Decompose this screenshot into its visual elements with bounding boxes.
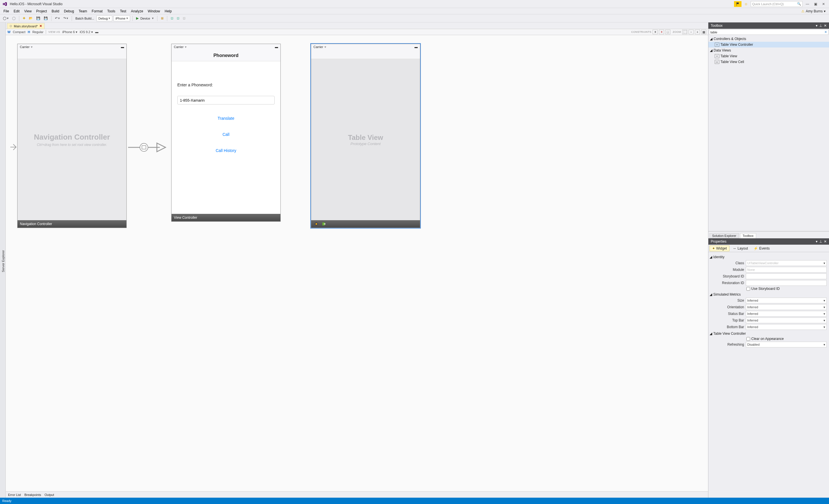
redo-button[interactable]: ↷▾ — [62, 15, 69, 21]
panel-close-icon[interactable]: ✕ — [824, 240, 827, 244]
nav-back-button[interactable]: ◯▾ — [2, 15, 10, 21]
toolbox-item-tableviewcell[interactable]: ▭Table View Cell — [709, 59, 829, 65]
group-simulated-metrics[interactable]: ◢Simulated Metrics — [710, 292, 827, 296]
save-button[interactable]: 💾 — [35, 15, 41, 21]
toolbox-group-controllers[interactable]: ◢Controllers & Objects — [709, 36, 829, 42]
toolbox-search[interactable]: table ✕ — [709, 29, 828, 35]
panel-dropdown-icon[interactable]: ▾ — [816, 240, 818, 244]
navigation-controller-scene[interactable]: Carrier ᯤ▬ Navigation Controller Ctrl+dr… — [17, 44, 127, 228]
toolbox-panel-header[interactable]: Toolbox ▾⊥✕ — [709, 23, 829, 29]
menu-project[interactable]: Project — [34, 9, 49, 14]
tool-icon-4[interactable]: ⊡ — [182, 15, 186, 21]
toolbox-item-tableviewcontroller[interactable]: ≡Table View Controller — [709, 42, 829, 47]
view-controller-scene[interactable]: Carrier ᯤ▬ Phoneword Enter a Phoneword: … — [171, 44, 281, 222]
close-button[interactable]: ✕ — [820, 1, 827, 7]
panel-close-icon[interactable]: ✕ — [824, 24, 827, 28]
close-tab-icon[interactable]: ✕ — [39, 24, 42, 28]
properties-panel-header[interactable]: Properties ▾⊥✕ — [709, 238, 829, 245]
status-bar-field[interactable]: Inferred▾ — [746, 311, 827, 317]
menu-view[interactable]: View — [22, 9, 34, 14]
device-selector[interactable]: iPhone 6 ▾ — [62, 30, 77, 34]
tool-icon-3[interactable]: ⊡ — [176, 15, 180, 21]
size-field[interactable]: Inferred▾ — [746, 298, 827, 303]
save-all-button[interactable]: 💾 — [43, 15, 49, 21]
menu-team[interactable]: Team — [76, 9, 89, 14]
start-debug-button[interactable]: ▶ Device ▾ — [135, 15, 155, 21]
config-combo[interactable]: Debug ▾ — [97, 15, 112, 21]
orientation-icon[interactable]: ▬ — [95, 30, 99, 34]
size-compact[interactable]: Compact — [13, 30, 25, 34]
menu-tools[interactable]: Tools — [105, 9, 118, 14]
clear-search-icon[interactable]: ✕ — [824, 30, 827, 34]
menu-help[interactable]: Help — [163, 9, 174, 14]
orientation-field[interactable]: Inferred▾ — [746, 304, 827, 310]
nav-controller-footer[interactable]: Navigation Controller — [17, 220, 127, 228]
quick-launch-input[interactable]: Quick Launch (Ctrl+Q)🔍 — [751, 1, 802, 7]
constraint-btn-1[interactable]: ✶ — [653, 30, 658, 34]
constraint-btn-2[interactable]: ✶ — [659, 30, 664, 34]
panel-dropdown-icon[interactable]: ▾ — [816, 24, 818, 28]
table-view-footer[interactable] — [311, 220, 420, 228]
tab-events[interactable]: ⚡Events — [751, 246, 772, 251]
user-dropdown-icon[interactable]: ▾ — [824, 9, 826, 13]
ios-selector[interactable]: iOS 9.2 ▾ — [80, 30, 93, 34]
doc-tab-storyboard[interactable]: ⊙ Main.storyboard* ✕ — [7, 23, 45, 29]
menu-analyze[interactable]: Analyze — [129, 9, 146, 14]
call-history-button[interactable]: Call History — [177, 148, 275, 153]
storyboard-canvas[interactable]: Carrier ᯤ▬ Navigation Controller Ctrl+dr… — [6, 35, 708, 491]
bottom-bar-field[interactable]: Inferred▾ — [746, 324, 827, 330]
menu-format[interactable]: Format — [89, 9, 105, 14]
size-regular[interactable]: Regular — [32, 30, 43, 34]
root-segue-icon[interactable] — [128, 142, 168, 153]
tab-layout[interactable]: ↔Layout — [730, 246, 750, 251]
toolbox-group-dataviews[interactable]: ◢Data Views — [709, 47, 829, 53]
view-controller-footer[interactable]: View Controller — [172, 214, 280, 221]
storyboard-id-field[interactable] — [746, 274, 827, 279]
class-field[interactable]: UITableViewController▾ — [746, 260, 827, 266]
user-name[interactable]: Amy Burns — [806, 9, 823, 13]
zoom-in-btn[interactable]: + — [695, 30, 700, 34]
menu-edit[interactable]: Edit — [11, 9, 22, 14]
maximize-button[interactable]: ▣ — [812, 1, 819, 7]
breakpoints-tab[interactable]: Breakpoints — [25, 493, 41, 497]
toolbox-item-tableview[interactable]: ≡Table View — [709, 53, 829, 59]
zoom-100-btn[interactable]: ▦ — [701, 30, 707, 34]
menu-test[interactable]: Test — [118, 9, 129, 14]
tool-icon-2[interactable]: ⊡ — [170, 15, 174, 21]
error-list-tab[interactable]: Error List — [8, 493, 21, 497]
group-table-view-controller[interactable]: ◢Table View Controller — [710, 332, 827, 336]
translate-button[interactable]: Translate — [177, 116, 275, 120]
clear-on-appearance-checkbox[interactable] — [746, 337, 750, 341]
call-button[interactable]: Call — [177, 132, 275, 137]
solution-explorer-tab[interactable]: Solution Explorer — [710, 233, 739, 238]
tool-icon-1[interactable]: ⊞ — [160, 15, 165, 21]
menu-build[interactable]: Build — [49, 9, 62, 14]
pin-icon[interactable]: ⊙ — [9, 24, 12, 28]
group-identity[interactable]: ◢Identity — [710, 255, 827, 259]
output-tab[interactable]: Output — [45, 493, 54, 497]
scene-shield-icon[interactable] — [314, 222, 319, 226]
feedback-smile-icon[interactable]: ☺ — [743, 1, 749, 7]
undo-button[interactable]: ↶▾ — [54, 15, 61, 21]
top-bar-field[interactable]: Inferred▾ — [746, 318, 827, 323]
nav-forward-button[interactable]: ◯ — [11, 15, 17, 21]
refreshing-field[interactable]: Disabled▾ — [746, 341, 827, 348]
minimize-button[interactable]: — — [804, 1, 810, 7]
use-storyboard-id-checkbox[interactable] — [746, 287, 750, 291]
menu-file[interactable]: File — [1, 9, 11, 14]
batch-build-button[interactable]: Batch Build... — [74, 15, 95, 21]
panel-pin-icon[interactable]: ⊥ — [819, 240, 822, 244]
new-project-button[interactable]: ✚ — [22, 15, 27, 21]
phoneword-input[interactable] — [177, 96, 275, 105]
open-file-button[interactable]: 📂 — [28, 15, 34, 21]
table-view-controller-scene[interactable]: Carrier ᯤ▬ Table View Prototype Content — [311, 44, 420, 228]
menu-debug[interactable]: Debug — [62, 9, 76, 14]
zoom-fit-btn[interactable]: ⛶ — [682, 30, 687, 34]
menu-window[interactable]: Window — [145, 9, 163, 14]
toolbox-tab[interactable]: Toolbox — [740, 233, 756, 238]
server-explorer-tab[interactable]: Server Explorer — [1, 249, 5, 273]
module-field[interactable]: None — [746, 267, 827, 273]
constraint-btn-3[interactable]: □ — [665, 30, 671, 34]
tab-widget[interactable]: ✦Widget — [710, 246, 729, 251]
zoom-out-btn[interactable]: − — [688, 30, 694, 34]
